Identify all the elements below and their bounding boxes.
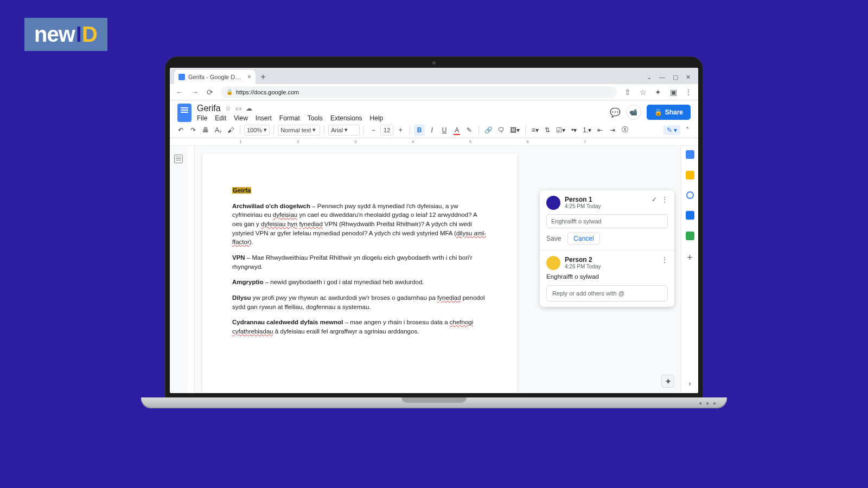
bold-button[interactable]: B <box>414 124 425 136</box>
expand-panel-icon[interactable]: › <box>688 379 691 388</box>
comment-text: Enghraifft o sylwad <box>546 273 668 280</box>
menu-extensions[interactable]: Extensions <box>330 114 362 122</box>
print-icon[interactable]: 🖶 <box>200 124 211 136</box>
keep-icon[interactable] <box>686 171 694 179</box>
logo-i: I <box>76 22 82 47</box>
screen-bezel: Gerifa - Google Docs × + ⌄ — ▢ ✕ ← → ⟳ 🔒 <box>165 57 703 397</box>
indent-decrease-icon[interactable]: ⇤ <box>595 124 605 136</box>
align-button[interactable]: ≡▾ <box>529 124 540 136</box>
forward-icon[interactable]: → <box>190 88 199 97</box>
window-maximize-icon[interactable]: ▢ <box>673 74 678 81</box>
side-panel: + › <box>681 146 698 393</box>
cloud-icon[interactable]: ☁ <box>246 105 252 112</box>
share-button[interactable]: 🔒 Share <box>647 105 691 120</box>
indent-increase-icon[interactable]: ⇥ <box>607 124 618 136</box>
meet-button[interactable]: 📹 <box>626 105 641 120</box>
tasks-icon[interactable] <box>686 191 694 199</box>
font-size-decrease[interactable]: − <box>368 124 379 136</box>
outline-icon[interactable] <box>174 155 183 163</box>
insert-image-icon[interactable]: 🖼▾ <box>508 124 521 136</box>
menu-bar: File Edit View Insert Format Tools Exten… <box>197 114 610 122</box>
save-button[interactable]: Save <box>546 235 561 242</box>
calendar-icon[interactable] <box>686 150 694 159</box>
url-field[interactable]: 🔒 https://docs.google.com <box>221 86 617 98</box>
italic-button[interactable]: I <box>426 124 437 136</box>
resolve-icon[interactable]: ✓ <box>652 196 657 203</box>
new-tab-button[interactable]: + <box>258 72 269 82</box>
comment-thread: Person 1 4:25 PM Today ✓ ⋮ Save Cancel <box>540 190 674 307</box>
comment-menu-icon[interactable]: ⋮ <box>661 196 668 203</box>
paragraph-5: Cydrannau caledwedd dyfais mewnol – mae … <box>232 318 487 336</box>
insert-comment-icon[interactable]: 🗨 <box>496 124 507 136</box>
docs-logo-icon[interactable] <box>177 104 192 122</box>
back-icon[interactable]: ← <box>175 88 184 97</box>
underline-button[interactable]: U <box>439 124 450 136</box>
editing-mode-button[interactable]: ✎▾ <box>663 125 680 135</box>
bullet-list-icon[interactable]: •▾ <box>569 124 579 136</box>
paragraph-1: Archwiliad o'ch diogelwch – Pennwch pwy … <box>232 202 487 247</box>
contacts-icon[interactable] <box>686 211 694 220</box>
comment-time: 4:26 PM Today <box>565 264 601 269</box>
numbered-list-icon[interactable]: 1.▾ <box>581 124 593 136</box>
move-icon[interactable]: ▭ <box>235 105 241 112</box>
font-select[interactable]: Arial▾ <box>328 125 360 136</box>
window-chevron-icon[interactable]: ⌄ <box>647 74 652 81</box>
explore-button[interactable]: ✦ <box>661 375 674 388</box>
browser-menu-icon[interactable]: ⋮ <box>684 88 693 97</box>
menu-edit[interactable]: Edit <box>215 114 226 122</box>
comment-time: 4:25 PM Today <box>565 203 601 209</box>
extensions-icon[interactable]: ✦ <box>654 88 662 97</box>
font-size-increase[interactable]: + <box>395 124 406 136</box>
reply-input[interactable]: Reply or add others with @ <box>546 285 668 301</box>
tab-title: Gerifa - Google Docs <box>188 74 244 80</box>
undo-icon[interactable]: ↶ <box>175 124 186 136</box>
clear-format-icon[interactable]: Ⓧ <box>620 124 630 136</box>
menu-format[interactable]: Format <box>279 114 300 122</box>
menu-view[interactable]: View <box>234 114 248 122</box>
comment-menu-icon[interactable]: ⋮ <box>661 256 668 264</box>
bookmark-icon[interactable]: ☆ <box>639 88 647 97</box>
line-spacing-icon[interactable]: ⇅ <box>542 124 553 136</box>
menu-insert[interactable]: Insert <box>256 114 272 122</box>
insert-link-icon[interactable]: 🔗 <box>483 124 494 136</box>
avatar-icon <box>546 196 560 210</box>
text-color-button[interactable]: A <box>451 124 462 136</box>
vertical-ruler[interactable] <box>187 146 195 393</box>
doc-title[interactable]: Gerifa <box>197 104 221 113</box>
redo-icon[interactable]: ↷ <box>188 124 199 136</box>
menu-help[interactable]: Help <box>370 114 384 122</box>
doc-titlebox: Gerifa ☆ ▭ ☁ File Edit View Insert Forma… <box>197 104 610 122</box>
checklist-icon[interactable]: ☑▾ <box>554 124 567 136</box>
paint-format-icon[interactable]: 🖌 <box>225 124 236 136</box>
newid-logo: new I D <box>24 18 107 51</box>
menu-tools[interactable]: Tools <box>308 114 323 122</box>
font-size-input[interactable]: 12 <box>380 125 393 136</box>
docs-favicon-icon <box>178 74 185 80</box>
style-select[interactable]: Normal text▾ <box>278 125 320 136</box>
horizontal-ruler[interactable]: 1 2 3 4 5 6 7 <box>170 138 698 146</box>
comment-history-icon[interactable]: 💬 <box>610 107 621 118</box>
header-right: 💬 📹 🔒 Share <box>610 105 691 120</box>
sidepanel-icon[interactable]: ▣ <box>669 88 678 97</box>
cancel-button[interactable]: Cancel <box>567 233 599 245</box>
highlight-button[interactable]: ✎ <box>464 124 475 136</box>
reload-icon[interactable]: ⟳ <box>206 88 214 97</box>
comment-author: Person 2 <box>565 256 601 264</box>
docs-header: Gerifa ☆ ▭ ☁ File Edit View Insert Forma… <box>170 100 698 122</box>
maps-icon[interactable] <box>686 232 694 240</box>
logo-d: D <box>82 22 98 47</box>
star-icon[interactable]: ☆ <box>225 105 231 112</box>
document-page[interactable]: Geirfa Archwiliad o'ch diogelwch – Pennw… <box>202 153 517 393</box>
window-minimize-icon[interactable]: — <box>659 74 665 81</box>
menu-file[interactable]: File <box>197 114 207 122</box>
collapse-toolbar-icon[interactable]: ˄ <box>682 124 693 136</box>
browser-tab[interactable]: Gerifa - Google Docs × <box>174 70 256 84</box>
add-addon-icon[interactable]: + <box>687 252 693 264</box>
share-page-icon[interactable]: ⇧ <box>623 88 632 97</box>
tab-close-icon[interactable]: × <box>247 73 251 81</box>
window-close-icon[interactable]: ✕ <box>686 74 691 81</box>
zoom-select[interactable]: 100%▾ <box>244 125 270 136</box>
paragraph-4: Dilysu yw profi pwy yw rhywun ac awdurdo… <box>232 293 487 311</box>
comment-input[interactable] <box>546 214 668 228</box>
spellcheck-icon[interactable]: Aᵧ <box>213 124 224 136</box>
